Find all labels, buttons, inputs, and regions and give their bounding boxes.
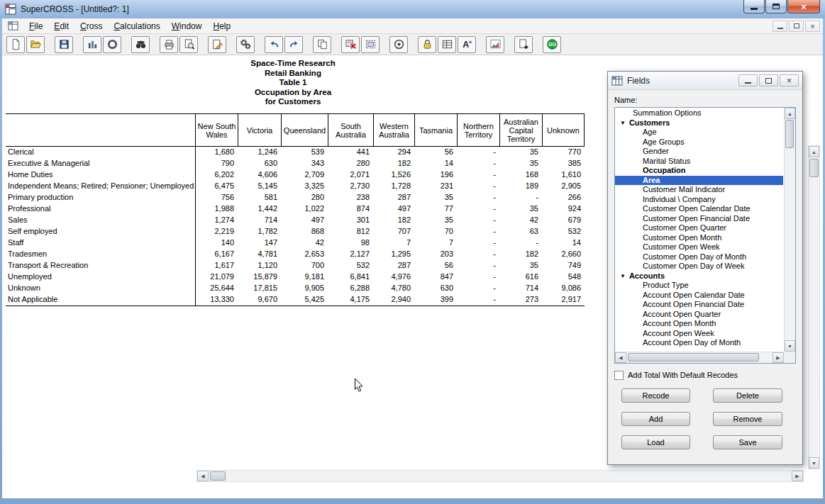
table-cell[interactable]: 2,709 — [281, 169, 328, 181]
row-label[interactable]: Professional — [6, 203, 195, 215]
load-button[interactable]: Load — [621, 435, 690, 449]
table-cell[interactable]: 385 — [542, 158, 585, 169]
table-cell[interactable]: 441 — [328, 147, 373, 158]
scroll-left-icon[interactable]: ◀ — [197, 471, 209, 481]
table-cell[interactable]: 616 — [499, 271, 542, 283]
table-cell[interactable]: 1,617 — [195, 260, 238, 271]
field-item[interactable]: Customer Open Month — [615, 233, 783, 243]
field-item[interactable]: Account Open Calendar Date — [615, 291, 783, 301]
table-cell[interactable]: 790 — [195, 158, 238, 169]
table-cell[interactable]: 25,644 — [195, 283, 238, 294]
field-item[interactable]: Marital Status — [615, 157, 783, 167]
table-cell[interactable]: 707 — [373, 226, 414, 237]
table-cell[interactable]: 3,325 — [281, 181, 328, 192]
table-cell[interactable]: 868 — [281, 226, 328, 237]
table-cell[interactable]: 4,780 — [373, 283, 414, 294]
table-cell[interactable]: 56 — [414, 260, 457, 271]
field-item[interactable]: Customer Mail Indicator — [615, 185, 783, 195]
table-cell[interactable]: - — [457, 192, 499, 203]
table-cell[interactable]: 679 — [542, 215, 585, 226]
row-label[interactable]: Clerical — [6, 147, 195, 158]
table-cell[interactable]: 2,660 — [542, 249, 585, 260]
field-item[interactable]: Customer Open Week — [615, 242, 783, 252]
table-cell[interactable]: 756 — [195, 192, 238, 203]
table-cell[interactable]: 2,940 — [373, 294, 414, 306]
columns-chart-button[interactable] — [83, 36, 101, 53]
edit-table-button[interactable] — [208, 36, 226, 53]
table-cell[interactable]: - — [457, 226, 499, 237]
table-cell[interactable]: 2,653 — [281, 249, 328, 260]
minimize-button[interactable] — [743, 0, 765, 13]
table-cell[interactable]: 2,071 — [328, 169, 373, 181]
table-cell[interactable]: 63 — [499, 226, 542, 237]
table-cell[interactable]: 15,879 — [238, 271, 281, 283]
scroll-down-icon[interactable]: ▼ — [809, 457, 819, 469]
table-cell[interactable]: 714 — [499, 283, 542, 294]
column-header[interactable]: South Australia — [328, 114, 373, 146]
table-cell[interactable]: 1,022 — [281, 203, 328, 215]
table-cell[interactable]: 231 — [414, 181, 457, 192]
table-cell[interactable]: 4,976 — [373, 271, 414, 283]
table-cell[interactable]: 6,202 — [195, 169, 238, 181]
table-cell[interactable]: 1,728 — [373, 181, 414, 192]
field-item[interactable]: Account Open Week — [615, 329, 783, 339]
table-cell[interactable]: 77 — [414, 203, 457, 215]
table-cell[interactable]: 749 — [542, 260, 585, 271]
table-cell[interactable]: 13,330 — [195, 294, 238, 306]
table-cell[interactable]: 2,219 — [195, 226, 238, 237]
table-cell[interactable]: 147 — [238, 237, 281, 249]
table-cell[interactable]: 35 — [499, 203, 542, 215]
table-cell[interactable]: 182 — [373, 158, 414, 169]
table-cell[interactable]: 196 — [414, 169, 457, 181]
table-cell[interactable]: 630 — [238, 158, 281, 169]
column-header[interactable]: New South Wales — [195, 114, 238, 146]
table-cell[interactable]: - — [457, 181, 499, 192]
column-header[interactable]: Victoria — [238, 114, 281, 146]
table-cell[interactable]: - — [499, 192, 542, 203]
add-total-label[interactable]: Add Total With Default Recodes — [628, 371, 738, 379]
fields-dialog-titlebar[interactable]: Fields × — [608, 72, 802, 90]
column-header[interactable]: Queensland — [281, 114, 328, 146]
field-group-accounts[interactable]: ▼Accounts — [615, 271, 783, 281]
row-label[interactable]: Not Applicable — [6, 294, 195, 306]
listbox-scroll-down-icon[interactable]: ▼ — [785, 340, 795, 352]
table-cell[interactable]: 287 — [373, 260, 414, 271]
table-cell[interactable]: 4,781 — [238, 249, 281, 260]
vertical-scroll-thumb[interactable] — [809, 159, 819, 177]
menu-file[interactable]: File — [23, 20, 48, 33]
table-cell[interactable]: 14 — [414, 158, 457, 169]
scroll-up-icon[interactable]: ▲ — [809, 146, 819, 157]
table-cell[interactable]: 1,680 — [195, 147, 238, 158]
table-cell[interactable]: 1,274 — [195, 215, 238, 226]
table-cell[interactable]: 9,670 — [238, 294, 281, 306]
table-cell[interactable]: 238 — [328, 192, 373, 203]
table-cell[interactable]: 168 — [499, 169, 542, 181]
dialog-minimize-button[interactable] — [738, 74, 758, 86]
remove-button[interactable]: Remove — [713, 412, 782, 426]
field-item[interactable]: Area — [615, 176, 783, 186]
field-group-customers[interactable]: ▼Customers — [615, 118, 783, 128]
table-cell[interactable]: 497 — [373, 203, 414, 215]
table-cell[interactable]: 98 — [328, 237, 373, 249]
table-cell[interactable]: 7 — [373, 237, 414, 249]
table-cell[interactable]: 35 — [499, 147, 542, 158]
child-restore-button[interactable] — [789, 21, 804, 32]
copy-button[interactable] — [313, 36, 331, 53]
table-cell[interactable]: 203 — [414, 249, 457, 260]
open-folder-button[interactable] — [26, 36, 45, 53]
table-cell[interactable]: 189 — [499, 181, 542, 192]
add-total-checkbox[interactable] — [614, 371, 624, 380]
recode-button[interactable]: Recode — [621, 388, 690, 403]
table-cell[interactable]: 1,782 — [238, 226, 281, 237]
listbox-scroll-right-icon[interactable]: ▶ — [773, 352, 784, 363]
delete-button[interactable]: Delete — [713, 388, 782, 403]
table-cell[interactable]: 1,295 — [373, 249, 414, 260]
field-item[interactable]: Customer Open Calendar Date — [615, 204, 783, 214]
column-header[interactable]: Western Australia — [373, 114, 414, 146]
menu-calculations[interactable]: Calculations — [108, 20, 165, 33]
field-item[interactable]: Account Open Day of Month — [615, 338, 783, 348]
table-cell[interactable]: 2,917 — [542, 294, 585, 306]
table-cell[interactable]: - — [457, 215, 499, 226]
table-cell[interactable]: 497 — [281, 215, 328, 226]
print-button[interactable] — [160, 36, 178, 53]
